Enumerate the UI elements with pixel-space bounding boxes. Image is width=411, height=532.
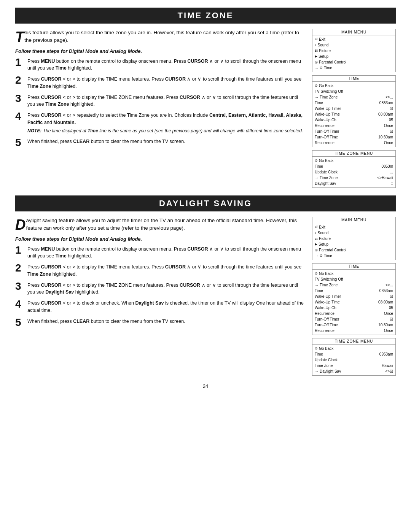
timezone-step-1: 1 Press MENU button on the remote contro… (15, 57, 304, 72)
step-text: When finished, press CLEAR button to cle… (27, 137, 185, 145)
timezone-step-2: 2 Press CURSOR < or > to display the TIM… (15, 75, 304, 90)
timezone-left: This feature allows you to select the ti… (15, 29, 304, 188)
daylight-steps: 1 Press MENU button on the remote contro… (15, 245, 304, 328)
timezone-step-4: 4 Press CURSOR < or > repeatedly to sele… (15, 111, 304, 134)
menu-row-selected: Time Zone <>... (315, 282, 393, 288)
step-number: 4 (15, 111, 24, 122)
menu-row: ⊙ Go Back (315, 346, 393, 351)
daylight-header: DAYLIGHT SAVING (15, 195, 396, 211)
menu-row: Daylight Sav □ (315, 181, 393, 186)
menu-row: TV Switching Off (315, 276, 393, 282)
page-number: 24 (15, 383, 396, 389)
daylight-menus: MAIN MENU ⏎ Exit ♪ Sound ☷ Picture ▶ Set… (312, 217, 396, 376)
menu-row: ♪ Sound (315, 230, 393, 236)
timezone-intro: This feature allows you to select the ti… (15, 29, 304, 44)
menu-row: ▶ Setup (315, 241, 393, 247)
step-number: 1 (15, 57, 24, 68)
step-number: 2 (15, 75, 24, 86)
menu-row: Update Clock (315, 357, 393, 363)
timezone-menu1: MAIN MENU ⏎ Exit ♪ Sound ☷ Picture ▶ Set… (312, 29, 396, 72)
step-number: 5 (15, 317, 24, 328)
step-text: Press MENU button on the remote control … (27, 57, 304, 72)
menu-row: Wake-Up Timer ☑ (315, 106, 393, 111)
step-text: Press CURSOR < or > to display the TIME … (27, 263, 304, 278)
menu-row: Wake-Up Time 08:00am (315, 111, 393, 117)
daylight-left: Daylight saving feature allows you to ad… (15, 217, 304, 376)
step-text: Press CURSOR < or > repeatedly to select… (27, 111, 304, 134)
daylight-step-5: 5 When finished, press CLEAR button to c… (15, 317, 304, 328)
menu-row: Turn-Off Time 10:30am (315, 322, 393, 328)
daylight-menu1: MAIN MENU ⏎ Exit ♪ Sound ☷ Picture ▶ Set… (312, 217, 396, 260)
menu-row: ⊙ Go Back (315, 83, 393, 89)
daylight-intro: Daylight saving feature allows you to ad… (15, 217, 304, 232)
daylight-menu2: TIME ⊙ Go Back TV Switching Off Time Zon… (312, 263, 396, 335)
menu-row: ☷ Picture (315, 236, 393, 241)
menu-row: ⏎ Exit (315, 224, 393, 230)
timezone-dropcap: T (15, 30, 24, 44)
step-number: 4 (15, 299, 24, 310)
menu-title: MAIN MENU (312, 29, 395, 35)
step-number: 3 (15, 281, 24, 292)
step-text: Press CURSOR < or > to display the TIME … (27, 75, 304, 90)
menu-row: Recurrence Once (315, 123, 393, 129)
timezone-section: TIME ZONE This feature allows you to sel… (15, 8, 396, 188)
daylight-dropcap: D (15, 218, 25, 232)
menu-row: Wake-Up Time 08:00am (315, 299, 393, 305)
menu-row: ☷ Picture (315, 48, 393, 54)
menu-row: ⊙ Go Back (315, 158, 393, 164)
menu-row-selected: ⊙ Time (315, 65, 393, 71)
timezone-steps: 1 Press MENU button on the remote contro… (15, 57, 304, 148)
menu-row: Time 0853am (315, 288, 393, 294)
step-text: Press MENU button on the remote control … (27, 245, 304, 260)
menu-title: MAIN MENU (312, 217, 395, 223)
menu-row: ♪ Sound (315, 42, 393, 48)
menu-row: ▶ Setup (315, 54, 393, 59)
daylight-step-2: 2 Press CURSOR < or > to display the TIM… (15, 263, 304, 278)
menu-row: Update Clock ... (315, 169, 393, 175)
timezone-menu2: TIME ⊙ Go Back TV Switching Off Time Zon… (312, 75, 396, 147)
menu-row-selected: Time Zone <>Hawaii (315, 175, 393, 181)
timezone-step-3: 3 Press CURSOR < or > to display the TIM… (15, 93, 304, 108)
menu-row: Turn-Off Timer ☑ (315, 316, 393, 322)
daylight-follow-heading: Follow these steps for Digital Mode and … (15, 236, 304, 242)
timezone-header: TIME ZONE (15, 8, 396, 24)
menu-row: Recurrence Once (315, 140, 393, 146)
menu-row: Recurrence Once (315, 311, 393, 316)
menu-row: Wake-Up Ch 05 (315, 117, 393, 123)
menu-row: Time 0953am (315, 351, 393, 357)
menu-row-selected: Daylight Sav <>☑ (315, 368, 393, 374)
menu-row: Recurrence Once (315, 328, 393, 333)
menu-row: ◎ Parental Control (315, 59, 393, 65)
menu-title: TIME ZONE MENU (312, 338, 395, 345)
menu-row: ⏎ Exit (315, 37, 393, 42)
step-number: 2 (15, 263, 24, 273)
daylight-step-1: 1 Press MENU button on the remote contro… (15, 245, 304, 260)
menu-row: ⊙ Go Back (315, 271, 393, 276)
step-number: 1 (15, 245, 24, 256)
menu-row: Time 0853m (315, 164, 393, 169)
timezone-menus: MAIN MENU ⏎ Exit ♪ Sound ☷ Picture ▶ Set… (312, 29, 396, 188)
menu-row: ◎ Parental Control (315, 247, 393, 253)
daylight-step-4: 4 Press CURSOR < or > to check or unchec… (15, 299, 304, 314)
menu-row: Wake-Up Timer ☑ (315, 294, 393, 299)
menu-title: TIME ZONE MENU (312, 151, 395, 157)
menu-row: Time 0853am (315, 100, 393, 106)
timezone-step-5: 5 When finished, press CLEAR button to c… (15, 137, 304, 148)
step-number: 5 (15, 137, 24, 148)
menu-title: TIME (312, 76, 395, 82)
menu-row: Wake-Up Ch 05 (315, 305, 393, 311)
menu-row: TV Switching Off (315, 89, 393, 94)
daylight-step-3: 3 Press CURSOR < or > to display the TIM… (15, 281, 304, 296)
timezone-menu3: TIME ZONE MENU ⊙ Go Back Time 0853m Upda… (312, 150, 396, 188)
menu-row-selected: ⊙ Time (315, 253, 393, 259)
menu-title: TIME (312, 264, 395, 270)
step-text: Press CURSOR < or > to display the TIME … (27, 93, 304, 108)
step-text: When finished, press CLEAR button to cle… (27, 317, 185, 325)
menu-row-selected: Time Zone <>... (315, 94, 393, 100)
step-number: 3 (15, 93, 24, 104)
menu-row: Time Zone Hawaii (315, 363, 393, 368)
daylight-menu3: TIME ZONE MENU ⊙ Go Back Time 0953am Upd… (312, 338, 396, 376)
menu-row: Turn-Off Time 10:30am (315, 134, 393, 140)
step-text: Press CURSOR < or > to display the TIME … (27, 281, 304, 296)
menu-row: Turn-Off Timer ☑ (315, 129, 393, 134)
